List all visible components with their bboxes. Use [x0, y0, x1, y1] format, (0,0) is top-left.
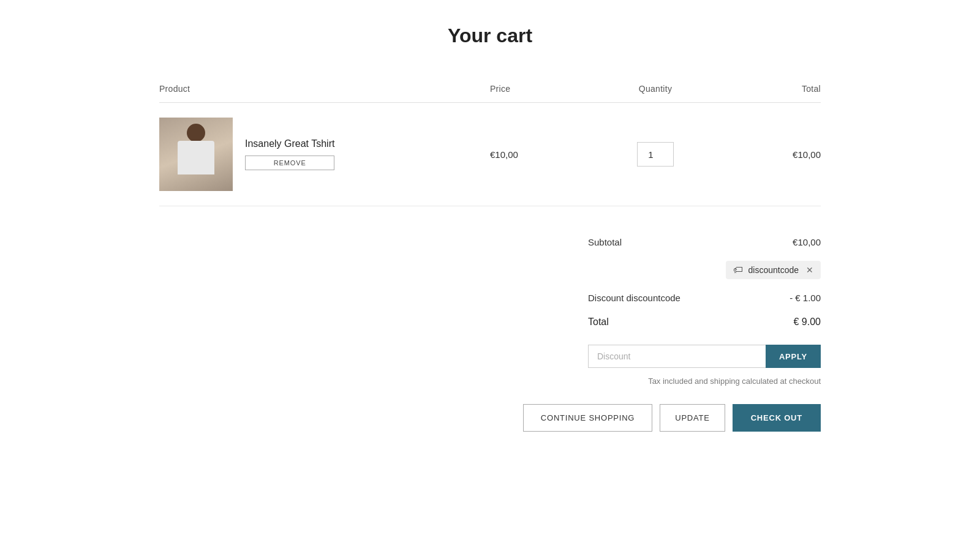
product-cell: Insanely Great Tshirt REMOVE	[159, 118, 490, 191]
subtotal-row: Subtotal €10,00	[588, 231, 821, 253]
discount-input[interactable]	[588, 345, 766, 368]
apply-button[interactable]: APPLY	[766, 345, 821, 368]
table-row: Insanely Great Tshirt REMOVE €10,00 €10,…	[159, 103, 821, 206]
product-name: Insanely Great Tshirt	[245, 138, 334, 149]
checkout-button[interactable]: CHECK OUT	[733, 404, 821, 432]
tax-note: Tax included and shipping calculated at …	[588, 377, 821, 386]
subtotal-label: Subtotal	[588, 237, 622, 247]
col-header-product: Product	[159, 84, 490, 94]
product-image	[159, 118, 233, 191]
continue-shopping-button[interactable]: CONTINUE SHOPPING	[523, 404, 652, 432]
col-header-total: Total	[710, 84, 821, 94]
action-buttons: CONTINUE SHOPPING UPDATE CHECK OUT	[159, 404, 821, 444]
item-total: €10,00	[710, 149, 821, 160]
discount-code-label: discountcode	[748, 265, 799, 275]
total-value: € 9.00	[794, 317, 821, 328]
update-button[interactable]: UPDATE	[660, 404, 725, 432]
discount-row: Discount discountcode - € 1.00	[588, 287, 821, 309]
discount-input-row: APPLY	[588, 345, 821, 368]
item-price: €10,00	[490, 149, 600, 160]
product-info: Insanely Great Tshirt REMOVE	[245, 138, 334, 170]
discount-badge-row: 🏷 discountcode ✕	[159, 256, 821, 284]
discount-label: Discount discountcode	[588, 293, 680, 303]
cart-table-header: Product Price Quantity Total	[159, 84, 821, 103]
subtotal-value: €10,00	[793, 237, 821, 247]
discount-badge: 🏷 discountcode ✕	[726, 261, 821, 279]
page-title: Your cart	[159, 24, 821, 47]
remove-button[interactable]: REMOVE	[245, 156, 334, 170]
discount-value: - € 1.00	[790, 293, 821, 303]
col-header-price: Price	[490, 84, 600, 94]
summary-section: Subtotal €10,00 🏷 discountcode ✕ Discoun…	[159, 231, 821, 386]
tag-icon: 🏷	[733, 264, 743, 276]
remove-discount-button[interactable]: ✕	[806, 265, 813, 275]
total-row: Total € 9.00	[588, 309, 821, 335]
quantity-cell	[600, 142, 710, 167]
col-header-quantity: Quantity	[600, 84, 710, 94]
total-label: Total	[588, 317, 609, 328]
quantity-input[interactable]	[637, 142, 674, 167]
